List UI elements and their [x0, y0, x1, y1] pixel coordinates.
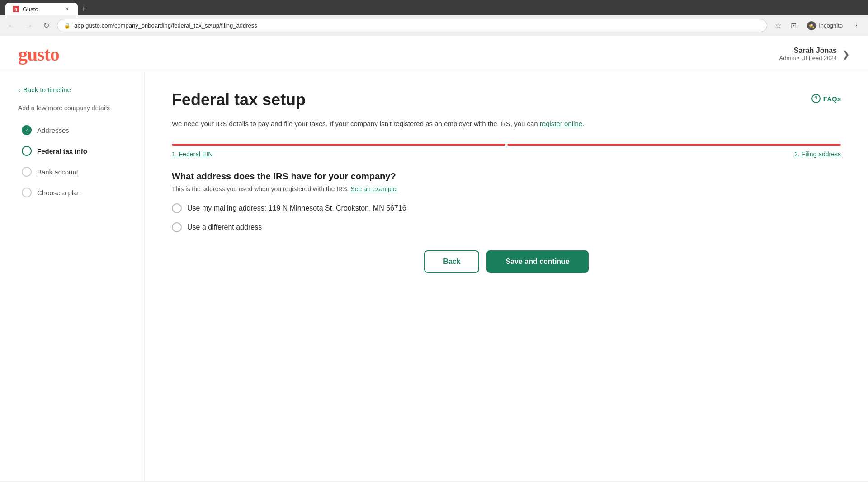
progress-segment-2 — [507, 144, 841, 146]
sidebar-item-addresses[interactable]: ✓ Addresses — [18, 121, 135, 140]
progress-section: 1. Federal EIN 2. Filing address — [172, 144, 841, 158]
forward-nav-button[interactable]: → — [23, 19, 35, 32]
sidebar-subtitle: Add a few more company details — [18, 104, 135, 112]
sidebar-item-bank-account[interactable]: Bank account — [18, 162, 135, 181]
see-example-link[interactable]: See an example. — [350, 185, 398, 192]
app-body: ‹ Back to timeline Add a few more compan… — [0, 72, 868, 481]
lock-icon: 🔒 — [64, 23, 71, 29]
radio-option-mailing-address[interactable]: Use my mailing address: 119 N Minnesota … — [172, 203, 841, 213]
incognito-label: Incognito — [819, 22, 843, 29]
choose-plan-nav-circle — [22, 188, 32, 197]
chevron-down-icon: ❯ — [842, 49, 850, 60]
description-suffix: . — [582, 120, 584, 127]
new-tab-button[interactable]: + — [78, 5, 90, 14]
tab-title: Gusto — [23, 6, 38, 13]
toolbar-icons: ☆ ⊡ 🕵 Incognito ⋮ — [772, 19, 863, 32]
button-row: Back Save and continue — [172, 250, 841, 273]
tab-close-button[interactable]: ✕ — [63, 5, 71, 13]
question-description-text: This is the address you used when you re… — [172, 185, 349, 192]
address-bar[interactable]: 🔒 app.gusto.com/company_onboarding/feder… — [57, 19, 767, 32]
radio-option-different-address[interactable]: Use a different address — [172, 222, 841, 232]
faqs-link[interactable]: ? FAQs — [811, 94, 841, 103]
browser-tab[interactable]: g Gusto ✕ — [5, 3, 78, 15]
federal-ein-step-link[interactable]: 1. Federal EIN — [172, 150, 212, 158]
bank-account-nav-label: Bank account — [37, 168, 78, 176]
bookmark-button[interactable]: ☆ — [772, 19, 784, 32]
user-name: Sarah Jonas — [779, 47, 837, 55]
question-section: What address does the IRS have for your … — [172, 171, 841, 232]
user-info: Sarah Jonas Admin • UI Feed 2024 — [779, 47, 837, 61]
url-text: app.gusto.com/company_onboarding/federal… — [74, 22, 760, 29]
menu-button[interactable]: ⋮ — [850, 19, 863, 32]
progress-labels: 1. Federal EIN 2. Filing address — [172, 150, 841, 158]
filing-address-step-link[interactable]: 2. Filing address — [794, 150, 841, 158]
question-description: This is the address you used when you re… — [172, 185, 841, 192]
faqs-label: FAQs — [823, 95, 841, 103]
user-section[interactable]: Sarah Jonas Admin • UI Feed 2024 ❯ — [779, 47, 850, 61]
sidebar-nav: ✓ Addresses Federal tax info Bank accoun… — [18, 121, 135, 202]
federal-tax-nav-circle — [22, 146, 32, 156]
sidebar-item-choose-plan[interactable]: Choose a plan — [18, 183, 135, 202]
question-circle-icon: ? — [811, 94, 821, 103]
federal-tax-nav-label: Federal tax info — [37, 147, 87, 155]
progress-bar — [172, 144, 841, 146]
save-and-continue-button[interactable]: Save and continue — [486, 250, 588, 273]
register-online-link[interactable]: register online — [540, 120, 582, 127]
app-header: gusto Sarah Jonas Admin • UI Feed 2024 ❯ — [0, 36, 868, 72]
incognito-button[interactable]: 🕵 Incognito — [802, 19, 847, 32]
app-footer: Terms, Privacy, & Cookies — [0, 481, 868, 488]
main-panel: Federal tax setup ? FAQs We need your IR… — [145, 72, 868, 481]
radio-mailing-address-label: Use my mailing address: 119 N Minnesota … — [187, 204, 406, 212]
gusto-logo: gusto — [18, 43, 59, 65]
tab-favicon: g — [13, 6, 19, 12]
sidebar: ‹ Back to timeline Add a few more compan… — [0, 72, 145, 481]
radio-mailing-address-circle — [172, 203, 182, 213]
back-to-timeline-link[interactable]: ‹ Back to timeline — [18, 86, 135, 94]
addresses-nav-circle: ✓ — [22, 125, 32, 135]
sidebar-item-federal-tax-info[interactable]: Federal tax info — [18, 141, 135, 160]
radio-different-address-label: Use a different address — [187, 223, 262, 231]
page-title: Federal tax setup — [172, 90, 306, 109]
page-description: We need your IRS details to pay and file… — [172, 118, 841, 129]
back-nav-button[interactable]: ← — [5, 19, 18, 32]
incognito-icon: 🕵 — [807, 21, 816, 30]
radio-different-address-circle — [172, 222, 182, 232]
refresh-button[interactable]: ↻ — [40, 19, 52, 32]
page-header: Federal tax setup ? FAQs — [172, 90, 841, 109]
bank-account-nav-circle — [22, 167, 32, 177]
back-button[interactable]: Back — [424, 250, 479, 273]
profile-button[interactable]: ⊡ — [787, 19, 800, 32]
description-text: We need your IRS details to pay and file… — [172, 120, 538, 127]
back-arrow-icon: ‹ — [18, 86, 20, 94]
question-title: What address does the IRS have for your … — [172, 171, 841, 182]
choose-plan-nav-label: Choose a plan — [37, 189, 81, 197]
browser-toolbar: ← → ↻ 🔒 app.gusto.com/company_onboarding… — [0, 15, 868, 36]
register-link-label: register online — [540, 120, 582, 127]
addresses-nav-label: Addresses — [37, 127, 69, 134]
progress-segment-1 — [172, 144, 505, 146]
user-role: Admin • UI Feed 2024 — [779, 55, 837, 61]
back-link-label: Back to timeline — [23, 86, 71, 94]
